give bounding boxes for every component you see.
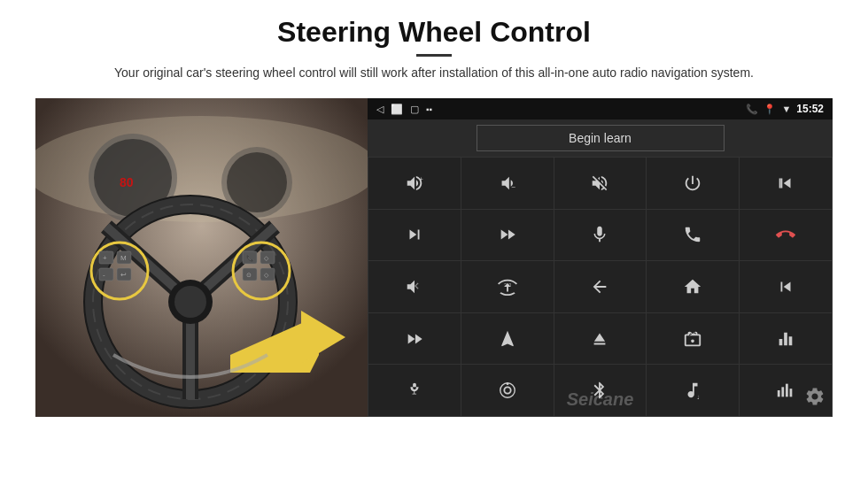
status-right: 📞 📍 ▼ 15:52 <box>746 103 824 115</box>
eject-button[interactable] <box>554 313 647 365</box>
fast-forward-button[interactable] <box>368 313 461 365</box>
equalizer-button[interactable] <box>740 313 832 365</box>
hang-up-button[interactable] <box>740 210 832 261</box>
svg-rect-47 <box>786 384 788 397</box>
page-title: Steering Wheel Control <box>35 16 833 49</box>
svg-text:⊙: ⊙ <box>246 272 252 278</box>
back-button[interactable] <box>554 261 647 312</box>
svg-rect-48 <box>790 389 793 396</box>
power-button[interactable] <box>647 158 739 209</box>
svg-text:📞: 📞 <box>246 254 254 262</box>
steering-wheel-image: 80 + <box>35 98 368 417</box>
mute-button[interactable] <box>554 158 647 209</box>
mic2-button[interactable] <box>368 365 461 416</box>
status-left: ◁ ⬜ ▢ ▪▪ <box>376 104 432 115</box>
music-button[interactable]: ♩ <box>647 365 739 416</box>
svg-text:↩: ↩ <box>120 271 127 279</box>
svg-point-43 <box>506 382 508 385</box>
settings-knob-button[interactable] <box>461 365 554 416</box>
home-nav-icon[interactable]: ⬜ <box>391 104 403 115</box>
home-nav-button[interactable] <box>647 261 739 312</box>
svg-point-41 <box>504 388 510 394</box>
svg-point-5 <box>227 152 287 212</box>
begin-learn-button[interactable]: Begin learn <box>477 125 725 151</box>
svg-text:+: + <box>103 254 107 262</box>
wifi-status-icon: ▼ <box>781 104 791 114</box>
svg-text:360: 360 <box>504 283 511 288</box>
title-divider <box>416 54 452 57</box>
begin-learn-bar: Begin learn <box>368 119 833 157</box>
notification-icon: ▪▪ <box>426 104 432 114</box>
steering-illustration: 80 + <box>35 98 368 417</box>
rewind-button[interactable] <box>740 261 832 312</box>
vol-up-button[interactable]: + <box>368 158 461 209</box>
svg-text:♩: ♩ <box>697 394 700 400</box>
navigation-button[interactable] <box>461 313 554 365</box>
clock: 15:52 <box>796 103 824 115</box>
controls-grid: + − <box>368 157 833 417</box>
svg-text:80: 80 <box>120 175 134 189</box>
next-track-button[interactable] <box>368 210 461 261</box>
mic-button[interactable] <box>554 210 647 261</box>
page-container: Steering Wheel Control Your original car… <box>0 0 868 485</box>
360-label: 360 <box>498 276 517 297</box>
content-area: 80 + <box>35 98 833 417</box>
prev-track-phone-button[interactable] <box>740 158 832 209</box>
page-subtitle: Your original car's steering wheel contr… <box>89 64 779 82</box>
bluetooth-button[interactable] <box>554 365 647 416</box>
status-bar: ◁ ⬜ ▢ ▪▪ 📞 📍 ▼ 15:52 <box>368 98 833 119</box>
android-panel: ◁ ⬜ ▢ ▪▪ 📞 📍 ▼ 15:52 Begin learn <box>368 98 833 417</box>
svg-rect-45 <box>778 390 780 396</box>
phone-status-icon: 📞 <box>746 104 758 115</box>
svg-text:M: M <box>120 254 127 262</box>
svg-rect-23 <box>99 268 113 281</box>
back-nav-icon[interactable]: ◁ <box>376 104 384 115</box>
recents-nav-icon[interactable]: ▢ <box>410 104 419 115</box>
svg-text:+: + <box>419 175 422 183</box>
skip-forward-button[interactable] <box>461 210 554 261</box>
phone-call-button[interactable] <box>647 210 739 261</box>
settings-gear-button[interactable] <box>804 386 825 412</box>
title-section: Steering Wheel Control Your original car… <box>35 16 833 82</box>
vol-down-button[interactable]: − <box>461 158 554 209</box>
svg-point-42 <box>500 383 515 398</box>
android-panel-wrapper: ◁ ⬜ ▢ ▪▪ 📞 📍 ▼ 15:52 Begin learn <box>368 98 833 417</box>
svg-text:−: − <box>511 183 515 191</box>
svg-point-17 <box>174 286 206 318</box>
360-view-button[interactable]: 360 <box>461 261 554 312</box>
location-status-icon: 📍 <box>763 104 776 115</box>
horn-button[interactable] <box>368 261 461 312</box>
svg-rect-46 <box>782 388 785 397</box>
radio-button[interactable] <box>647 313 739 365</box>
svg-text:-: - <box>103 271 105 279</box>
